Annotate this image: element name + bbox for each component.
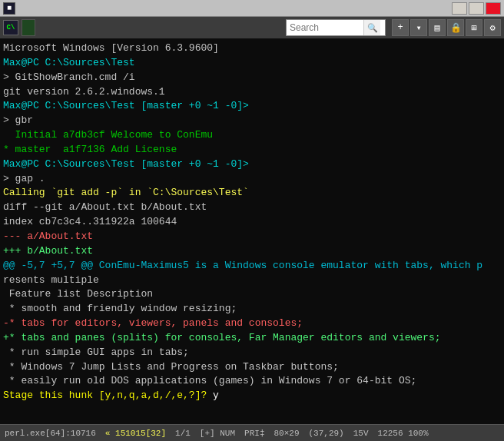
terminal-line: > gap .: [3, 172, 501, 187]
terminal-line: * easily run old DOS applications (games…: [3, 374, 501, 389]
tab-cmd[interactable]: [22, 19, 35, 36]
toolbar-right: + ▾ ▤ 🔒 ⊞ ⚙: [392, 19, 501, 36]
terminal-area[interactable]: Microsoft Windows [Version 6.3.9600]Max@…: [0, 38, 504, 424]
terminal-line: --- a/About.txt: [3, 230, 501, 244]
terminal-line: Microsoft Windows [Version 6.3.9600]: [3, 41, 501, 56]
search-button[interactable]: 🔍: [363, 20, 380, 35]
status-item: [+] NUM: [200, 429, 235, 438]
terminal-line: > gbr: [3, 114, 501, 128]
title-bar: ■: [0, 0, 504, 17]
close-button[interactable]: [486, 2, 501, 15]
status-item: (37,29): [309, 429, 344, 438]
settings-button[interactable]: ⚙: [484, 19, 501, 36]
terminal-line: +* tabs and panes (splits) for consoles,…: [3, 331, 501, 346]
window-controls: [452, 2, 501, 15]
status-item: 80×29: [274, 429, 299, 438]
terminal-line: > GitShowBranch.cmd /i: [3, 71, 501, 85]
title-bar-left: ■: [3, 2, 18, 15]
terminal-line: Calling `git add -p` in `C:\Sources\Test…: [3, 186, 501, 201]
status-item: perl.exe[64]:10716: [5, 429, 96, 438]
maximize-button[interactable]: [469, 2, 484, 15]
terminal-line: Max@PC C:\Sources\Test: [3, 56, 501, 71]
status-item: 1/1: [175, 429, 191, 438]
status-item: PRI‡: [244, 429, 264, 438]
terminal-line: Stage this hunk [y,n,q,a,d,/,e,?]? y: [3, 389, 501, 403]
new-tab-button[interactable]: +: [392, 19, 409, 36]
app-icon: ■: [3, 2, 15, 15]
search-box[interactable]: 🔍: [286, 19, 386, 36]
terminal-line: Max@PC C:\Sources\Test [master +0 ~1 -0]…: [3, 158, 501, 172]
status-item: « 151015[32]: [105, 429, 166, 438]
status-item: 15V: [353, 429, 369, 438]
split-button[interactable]: ▤: [429, 19, 446, 36]
terminal-line: -* tabs for editors, viewers, panels and…: [3, 317, 501, 331]
terminal-line: * master a1f7136 Add License: [3, 143, 501, 158]
search-input[interactable]: [287, 22, 363, 33]
lock-button[interactable]: 🔒: [447, 19, 464, 36]
terminal-line: Feature list Description: [3, 287, 501, 302]
terminal-line: * smooth and friendly window resizing;: [3, 302, 501, 317]
shell-icon: C\: [3, 20, 18, 35]
terminal-line: +++ b/About.txt: [3, 244, 501, 259]
grid-button[interactable]: ⊞: [466, 19, 482, 36]
terminal-line: Max@PC C:\Sources\Test [master +0 ~1 -0]…: [3, 99, 501, 114]
terminal-line: * Windows 7 Jump Lists and Progress on T…: [3, 360, 501, 375]
tab-bar: C\ 🔍 + ▾ ▤ 🔒 ⊞ ⚙: [0, 17, 504, 38]
status-bar: perl.exe[64]:10716« 151015[32]1/1[+] NUM…: [0, 424, 504, 441]
dropdown-button[interactable]: ▾: [410, 19, 427, 36]
terminal-line: @@ -5,7 +5,7 @@ ConEmu-Maximus5 is a Win…: [3, 259, 501, 274]
terminal-line: index cb7c3c4..311922a 100644: [3, 215, 501, 230]
terminal-line: resents multiple: [3, 274, 501, 288]
terminal-line: diff --git a/About.txt b/About.txt: [3, 201, 501, 215]
terminal-line: * run simple GUI apps in tabs;: [3, 346, 501, 360]
terminal-line: Initial a7db3cf Welcome to ConEmu: [3, 128, 501, 143]
status-item: 12256 100%: [378, 429, 429, 438]
minimize-button[interactable]: [452, 2, 467, 15]
terminal-line: git version 2.6.2.windows.1: [3, 85, 501, 100]
